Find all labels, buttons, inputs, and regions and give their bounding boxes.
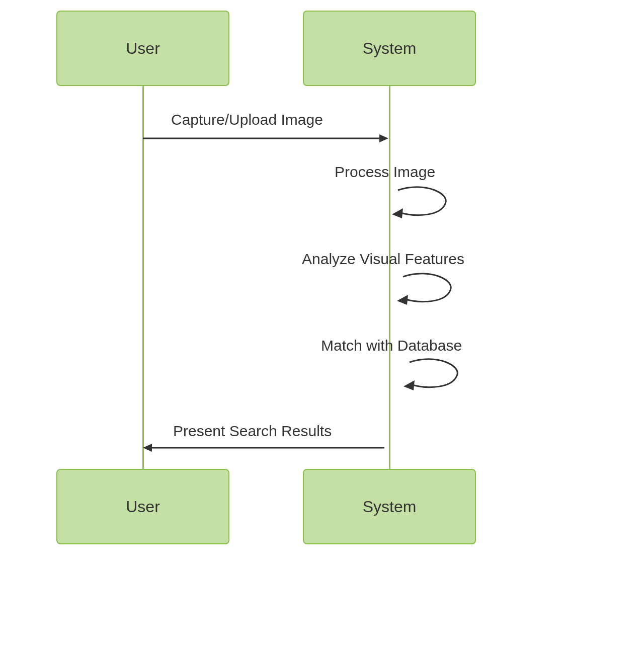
message-analyze-features-label: Analyze Visual Features (302, 251, 464, 268)
actor-user-top: User (56, 11, 229, 86)
svg-marker-6 (143, 444, 152, 452)
sequence-diagram: User System User System Capture/Upload I… (0, 0, 644, 652)
actor-system-top: System (303, 11, 476, 86)
svg-marker-2 (392, 208, 403, 218)
actor-label: User (126, 498, 160, 516)
actor-label: User (126, 39, 160, 58)
arrow-capture-upload (143, 133, 389, 148)
arrow-present-results (143, 443, 389, 458)
svg-marker-3 (397, 295, 408, 305)
message-capture-upload-label: Capture/Upload Image (171, 111, 323, 128)
self-loop-process-image (390, 186, 455, 226)
message-present-results-label: Present Search Results (173, 423, 332, 440)
message-process-image-label: Process Image (335, 164, 435, 181)
svg-marker-4 (404, 380, 415, 390)
actor-label: System (363, 39, 417, 58)
actor-user-bottom: User (56, 469, 229, 544)
actor-label: System (363, 498, 417, 516)
message-match-database-label: Match with Database (321, 337, 462, 354)
self-loop-analyze-features (395, 273, 460, 313)
actor-system-bottom: System (303, 469, 476, 544)
svg-marker-1 (379, 134, 388, 142)
self-loop-match-database (401, 358, 467, 398)
